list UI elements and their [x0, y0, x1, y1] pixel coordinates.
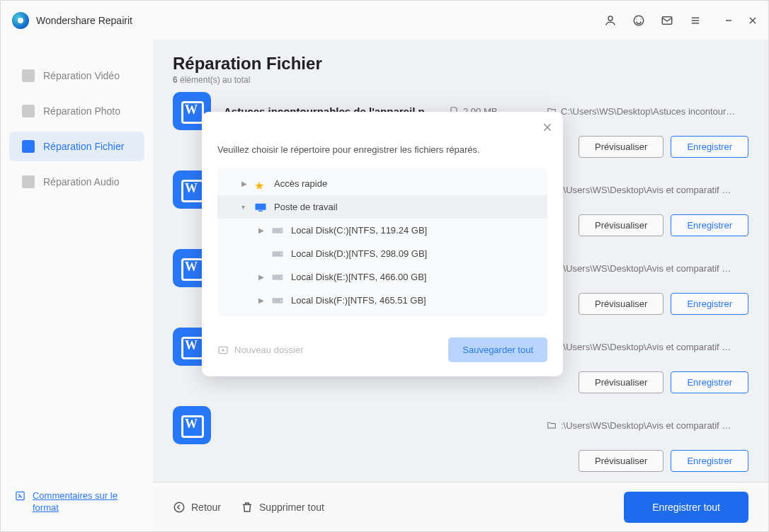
svg-rect-5	[256, 203, 266, 209]
close-icon[interactable]	[542, 122, 553, 133]
tree-label: Poste de travail	[274, 202, 338, 212]
svg-point-8	[281, 230, 283, 231]
tree-quick-access[interactable]: ▶ ★ Accès rapide	[217, 172, 547, 195]
svg-point-12	[281, 277, 283, 278]
tree-disk-e[interactable]: ▶ Local Disk(E:)[NTFS, 466.00 GB]	[217, 265, 547, 289]
save-all-button[interactable]: Sauvegarder tout	[448, 337, 547, 362]
tree-disk-c[interactable]: ▶ Local Disk(C:)[NTFS, 119.24 GB]	[217, 219, 547, 242]
chevron-right-icon: ▶	[258, 273, 266, 281]
disk-icon	[271, 272, 284, 282]
tree-label: Local Disk(D:)[NTFS, 298.09 GB]	[291, 248, 427, 259]
new-folder-button[interactable]: Nouveau dossier	[217, 345, 304, 356]
disk-icon	[271, 296, 284, 306]
computer-icon	[254, 202, 267, 212]
tree-label: Accès rapide	[274, 178, 327, 189]
plus-folder-icon	[217, 345, 229, 356]
disk-icon	[271, 226, 284, 236]
tree-disk-d[interactable]: ▶ Local Disk(D:)[NTFS, 298.09 GB]	[217, 242, 547, 265]
chevron-right-icon: ▶	[241, 180, 249, 187]
star-icon: ★	[254, 179, 267, 189]
directory-tree: ▶ ★ Accès rapide ▾ Poste de travail ▶ Lo…	[217, 168, 547, 316]
svg-point-10	[281, 253, 283, 255]
tree-label: Local Disk(F:)[NTFS, 465.51 GB]	[291, 295, 426, 306]
chevron-down-icon: ▾	[241, 203, 249, 211]
svg-point-14	[281, 300, 283, 301]
new-folder-label: Nouveau dossier	[234, 345, 304, 355]
tree-label: Local Disk(C:)[NTFS, 119.24 GB]	[291, 225, 427, 236]
svg-rect-6	[258, 210, 263, 212]
save-location-modal: Veuillez choisir le répertoire pour enre…	[202, 112, 563, 376]
modal-message: Veuillez choisir le répertoire pour enre…	[217, 144, 547, 155]
tree-label: Local Disk(E:)[NTFS, 466.00 GB]	[291, 272, 426, 282]
tree-disk-f[interactable]: ▶ Local Disk(F:)[NTFS, 465.51 GB]	[217, 289, 547, 312]
chevron-right-icon: ▶	[258, 226, 266, 234]
modal-overlay: Veuillez choisir le répertoire pour enre…	[0, 0, 769, 532]
tree-this-pc[interactable]: ▾ Poste de travail	[217, 195, 547, 219]
chevron-right-icon: ▶	[258, 296, 266, 304]
disk-icon	[271, 249, 284, 259]
